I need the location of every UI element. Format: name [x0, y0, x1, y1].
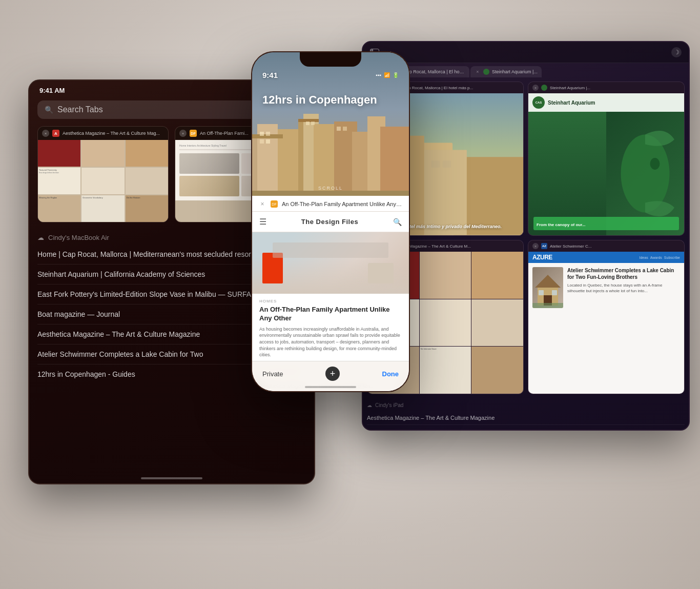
wifi-icon: 📶 [384, 72, 390, 78]
hamburger-icon[interactable]: ☰ [259, 217, 266, 227]
private-button[interactable]: Private [262, 370, 283, 378]
steinhart-card-image: CAS Steinhart Aquarium [528, 93, 684, 235]
aesthetica-card-image: Textured FemininityHow design defines fe… [38, 140, 168, 222]
signal-icon: ▪▪▪ [376, 72, 381, 78]
azure-favicon: AZ [541, 243, 547, 249]
shelf-shape [273, 242, 388, 258]
azure-brand-text: AZURE [532, 254, 552, 261]
steinhart-banner: From the canopy of our... [533, 217, 679, 230]
steinhart-logo-area: CAS Steinhart Aquarium [528, 93, 684, 112]
iphone-screen: 9:41 ▪▪▪ 📶 🔋 12hrs in Copenhagen SCROLL … [252, 52, 409, 391]
hero-text-overlay: 12hrs in Copenhagen [262, 93, 377, 107]
svg-rect-14 [260, 139, 264, 144]
right-tab-item-0[interactable]: Aesthetica Magazine – The Art & Culture … [367, 411, 685, 425]
hero-title: 12hrs in Copenhagen [262, 93, 377, 107]
cloud-label-text: Cindy's MacBook Air [48, 234, 109, 241]
cloud-icon: ☁ [367, 402, 372, 408]
svg-point-31 [621, 135, 670, 213]
azure-brand-banner: AZURE Ideas Awards Subscribe [528, 252, 684, 263]
iphone-time-display: 9:41 [262, 71, 278, 79]
buildings-svg [252, 104, 409, 196]
steinhart-card-close[interactable]: × [532, 85, 539, 91]
azure-right-card[interactable]: × AZ Atelier Schwimmer C... AZURE Ideas … [528, 240, 685, 394]
iphone-tab-close[interactable]: × [258, 200, 266, 208]
furniture-shape [368, 263, 394, 283]
svg-marker-34 [535, 275, 561, 288]
df-article-title: An Off-The-Plan Family Apartment Unlike … [259, 306, 402, 323]
close-icon: × [45, 131, 47, 136]
svg-rect-16 [306, 121, 310, 125]
dark-mode-button[interactable]: ☽ [671, 47, 682, 57]
df-article-tag: HOMES [259, 299, 402, 303]
azure-card-header: × AZ Atelier Schwimmer C... [528, 240, 684, 252]
azure-nav-links: Ideas Awards Subscribe [640, 256, 680, 259]
azure-nav-dot-2: Awards [650, 256, 662, 259]
iphone-tab-favicon: DF [271, 200, 278, 208]
df-search-icon[interactable]: 🔍 [393, 218, 402, 226]
svg-rect-38 [532, 303, 563, 308]
browser-chrome: ‹ › ☽ [363, 42, 689, 63]
steinhart-tab-close[interactable]: × [475, 69, 481, 75]
designfiles-favicon: DF [190, 130, 197, 137]
azure-nav-dot-1: Ideas [640, 256, 648, 259]
design-files-header: ☰ The Design Files 🔍 [252, 212, 409, 232]
aesthetica-card-title: Aesthetica Magazine – The Art & Culture … [63, 131, 164, 136]
home-indicator [141, 477, 202, 479]
svg-rect-12 [260, 132, 264, 136]
svg-rect-18 [337, 127, 341, 131]
plus-icon: + [330, 369, 336, 379]
svg-rect-17 [311, 121, 315, 125]
svg-rect-36 [539, 290, 544, 295]
azure-article-text: Located in Quebec, the house stays with … [567, 282, 680, 294]
right-device-screen: ‹ › ☽ × Home | Cap Rocat, Mallorca | El … [363, 42, 689, 430]
close-icon: × [182, 131, 184, 136]
new-tab-button[interactable]: + [325, 367, 340, 381]
steinhart-card-header: × Steinhart Aquarium |... [528, 82, 684, 93]
azure-content-area: Atelier Schwimmer Completes a Lake Cabin… [528, 263, 684, 394]
right-content-grid: × Home | Cap Rocat, Mallorca | El hotel … [363, 77, 689, 398]
aesthetica-card-close[interactable]: × [42, 130, 49, 137]
steinhart-right-card[interactable]: × Steinhart Aquarium |... CAS Steinhart … [528, 82, 685, 236]
svg-rect-15 [266, 139, 270, 144]
svg-rect-37 [552, 290, 557, 295]
search-icon: 🔍 [45, 106, 53, 114]
iphone-content-area: ☰ The Design Files 🔍 HOMES An Off-The-Pl… [252, 212, 409, 363]
right-cloud-name: Cindy's iPad [375, 402, 403, 408]
right-tab-list: Aesthetica Magazine – The Art & Culture … [363, 411, 689, 430]
iphone-tab-title: An Off-The-Plan Family Apartment Unlike … [282, 201, 403, 207]
room-illustration [252, 232, 409, 294]
browser-tab-steinhart[interactable]: × Steinhart Aquarium |... [470, 66, 542, 77]
aesthetica-card-header: × A Aesthetica Magazine – The Art & Cult… [38, 127, 168, 140]
right-device-cloud-section: ☁ Cindy's iPad [363, 400, 689, 411]
azure-article-title: Atelier Schwimmer Completes a Lake Cabin… [567, 267, 680, 280]
df-article-text: As housing becomes increasingly unafford… [259, 326, 402, 358]
battery-icon: 🔋 [393, 72, 399, 78]
iphone-center-device: 9:41 ▪▪▪ 📶 🔋 12hrs in Copenhagen SCROLL … [251, 51, 410, 392]
svg-rect-13 [266, 132, 270, 136]
df-article-body: HOMES An Off-The-Plan Family Apartment U… [252, 294, 409, 363]
steinhart-card-title: Steinhart Aquarium |... [550, 86, 680, 90]
iphone-tab-header: × DF An Off-The-Plan Family Apartment Un… [252, 196, 409, 212]
right-tab-item-1[interactable]: An Off-The-Plan Family Apartment Unlike … [367, 425, 685, 430]
azure-card-close[interactable]: × [532, 243, 539, 249]
steinhart-banner-text: From the canopy of our... [537, 222, 586, 227]
designfiles-card-close[interactable]: × [179, 130, 187, 137]
cloud-icon: ☁ [37, 234, 44, 241]
iphone-home-bar [305, 386, 356, 388]
steinhart-name-text: Steinhart Aquarium [548, 100, 595, 106]
azure-card-title: Atelier Schwimmer C... [550, 244, 680, 249]
moon-icon: ☽ [674, 49, 680, 56]
iphone-hero-image: 9:41 ▪▪▪ 📶 🔋 12hrs in Copenhagen SCROLL [252, 52, 409, 196]
right-device: ‹ › ☽ × Home | Cap Rocat, Mallorca | El … [362, 41, 690, 431]
iphone-notch [300, 52, 361, 67]
svg-rect-9 [380, 127, 409, 196]
azure-article-image [532, 267, 563, 308]
cabin-svg [532, 267, 563, 308]
azure-article-body: Atelier Schwimmer Completes a Lake Cabin… [567, 267, 680, 390]
steinhart-content-area: From the canopy of our... [528, 112, 684, 235]
azure-card-image: AZURE Ideas Awards Subscribe [528, 252, 684, 394]
svg-rect-19 [343, 127, 347, 131]
aesthetica-tab-card[interactable]: × A Aesthetica Magazine – The Art & Cult… [37, 126, 169, 222]
steinhart-tab-favicon [483, 69, 489, 75]
done-button[interactable]: Done [382, 370, 399, 378]
